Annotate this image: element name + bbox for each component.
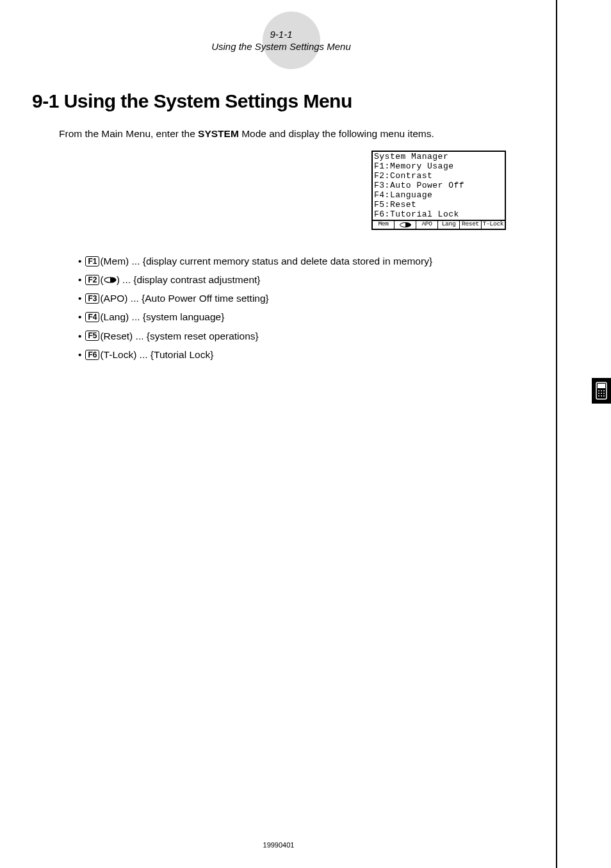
bullet-desc: ... {Auto Power Off time setting}: [128, 293, 269, 304]
svg-point-11: [601, 395, 602, 397]
intro-prefix: From the Main Menu, enter the: [59, 128, 198, 139]
footer-code: 19990401: [0, 841, 557, 849]
bullet-label: (Reset): [100, 331, 133, 341]
page-header: 9-1-1 Using the System Settings Menu: [32, 29, 530, 52]
svg-point-10: [598, 395, 599, 397]
bullet-desc: ) ... {display contrast adjustment}: [117, 274, 261, 285]
softkey-contrast: [395, 221, 416, 229]
f5-key-icon: F5: [85, 331, 99, 341]
manual-page: 9-1-1 Using the System Settings Menu 9-1…: [0, 0, 557, 868]
bullet-item-f1: • F1(Mem) ... {display current memory st…: [78, 255, 530, 268]
f3-key-icon: F3: [85, 293, 99, 304]
bullet-text: F2() ... {display contrast adjustment}: [85, 274, 260, 286]
bullet-desc: ... {system reset operations}: [133, 331, 258, 341]
f6-key-icon: F6: [85, 350, 99, 360]
bullet-text: F4(Lang) ... {system language}: [85, 311, 224, 323]
screen-row: F1:Memory Usage: [374, 162, 503, 172]
bullet-text: F1(Mem) ... {display current memory stat…: [85, 255, 432, 268]
page-subtitle: Using the System Settings Menu: [32, 41, 530, 52]
bullet-text: F5(Reset) ... {system reset operations}: [85, 330, 258, 343]
intro-text: From the Main Menu, enter the SYSTEM Mod…: [59, 128, 530, 140]
softkey-lang: Lang: [438, 221, 460, 229]
calculator-screenshot: System Manager F1:Memory Usage F2:Contra…: [371, 151, 506, 230]
svg-point-6: [603, 390, 605, 391]
intro-bold: SYSTEM: [198, 128, 239, 139]
softkey-apo: APO: [416, 221, 438, 229]
calculator-icon: [595, 382, 608, 400]
softkey-reset: Reset: [460, 221, 482, 229]
bullet-dot: •: [78, 311, 81, 323]
bullet-item-f6: • F6(T-Lock) ... {Tutorial Lock}: [78, 348, 530, 361]
bullet-dot: •: [78, 255, 81, 268]
svg-point-5: [601, 390, 602, 391]
screen-row: F3:Auto Power Off: [374, 181, 503, 191]
contrast-icon: [104, 277, 117, 283]
page-number: 9-1-1: [32, 29, 530, 40]
svg-rect-3: [598, 384, 605, 388]
bullet-dot: •: [78, 274, 81, 286]
bullet-item-f4: • F4(Lang) ... {system language}: [78, 311, 530, 323]
bullet-label: (T-Lock): [100, 349, 136, 360]
section-title: 9-1 Using the System Settings Menu: [32, 90, 530, 112]
svg-point-8: [601, 393, 602, 394]
screen-title: System Manager: [374, 152, 503, 162]
bullet-dot: •: [78, 348, 81, 361]
bullet-list: • F1(Mem) ... {display current memory st…: [78, 255, 530, 361]
bullet-label: (Lang): [100, 311, 129, 322]
f2-key-icon: F2: [85, 275, 99, 285]
intro-suffix: Mode and display the following menu item…: [239, 128, 434, 139]
softkey-tlock: T-Lock: [482, 221, 505, 229]
calculator-screen-body: System Manager F1:Memory Usage F2:Contra…: [373, 152, 505, 220]
softkey-mem: Mem: [373, 221, 395, 229]
bullet-item-f3: • F3(APO) ... {Auto Power Off time setti…: [78, 292, 530, 305]
bullet-item-f2: • F2() ... {display contrast adjustment}: [78, 274, 530, 286]
svg-point-4: [598, 390, 599, 391]
screen-row: F5:Reset: [374, 201, 503, 210]
bullet-desc: ... {display current memory status and d…: [129, 256, 432, 266]
bullet-desc: ... {Tutorial Lock}: [136, 349, 213, 360]
f4-key-icon: F4: [85, 312, 99, 322]
side-tab-calculator-icon: [592, 378, 611, 404]
bullet-dot: •: [78, 292, 81, 305]
svg-point-9: [603, 393, 605, 394]
svg-point-7: [598, 393, 599, 394]
screen-row: F4:Language: [374, 191, 503, 201]
bullet-label: (APO): [100, 293, 127, 304]
contrast-icon: [400, 222, 411, 227]
screen-row: F6:Tutorial Lock: [374, 210, 503, 220]
f1-key-icon: F1: [85, 256, 99, 266]
bullet-label: (Mem): [100, 256, 129, 266]
bullet-item-f5: • F5(Reset) ... {system reset operations…: [78, 330, 530, 343]
bullet-text: F3(APO) ... {Auto Power Off time setting…: [85, 292, 268, 305]
bullet-dot: •: [78, 330, 81, 343]
screen-row: F2:Contrast: [374, 172, 503, 181]
calculator-softkey-bar: Mem APO Lang Reset T-Lock: [373, 220, 505, 229]
bullet-desc: ... {system language}: [129, 311, 224, 322]
svg-point-12: [603, 395, 605, 397]
bullet-text: F6(T-Lock) ... {Tutorial Lock}: [85, 348, 213, 361]
